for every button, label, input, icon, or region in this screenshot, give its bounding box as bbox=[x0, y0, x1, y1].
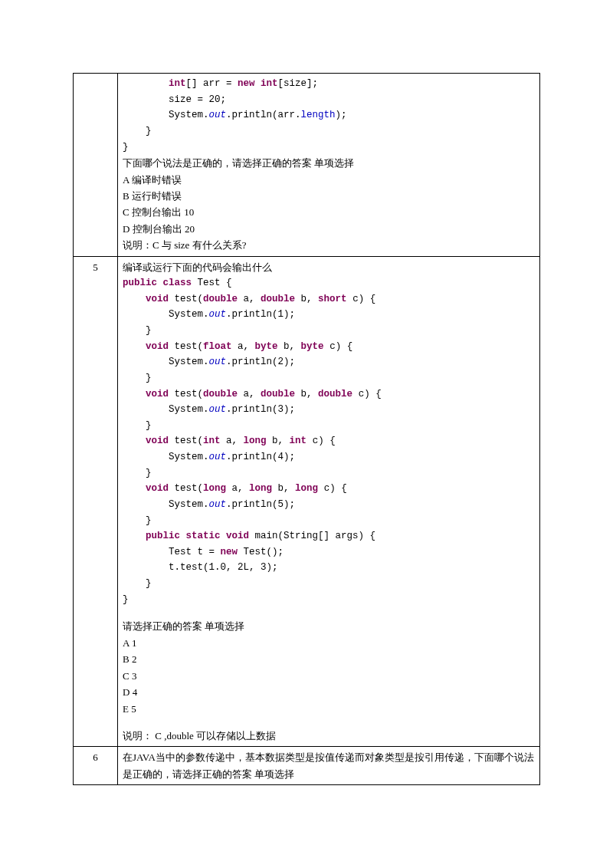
question-cell: 编译或运行下面的代码会输出什么 public class Test { void… bbox=[118, 256, 540, 747]
explanation: 说明：C 与 size 有什么关系? bbox=[123, 237, 535, 253]
question-number: 5 bbox=[74, 256, 118, 747]
code-block: int[] arr = new int[size]; size = 20; Sy… bbox=[123, 76, 535, 155]
questions-table: int[] arr = new int[size]; size = 20; Sy… bbox=[73, 73, 540, 785]
question-prompt: 下面哪个说法是正确的，请选择正确的答案 单项选择 bbox=[123, 155, 535, 171]
question-cell: 在JAVA当中的参数传递中，基本数据类型是按值传递而对象类型是按引用传递，下面哪… bbox=[118, 747, 540, 785]
question-number bbox=[74, 74, 118, 257]
option-c: C 控制台输出 10 bbox=[123, 204, 535, 220]
option-a: A 编译时错误 bbox=[123, 172, 535, 188]
option-d: D 4 bbox=[123, 684, 535, 700]
question-intro: 在JAVA当中的参数传递中，基本数据类型是按值传递而对象类型是按引用传递，下面哪… bbox=[123, 749, 535, 782]
table-row: int[] arr = new int[size]; size = 20; Sy… bbox=[74, 74, 540, 257]
document-page: int[] arr = new int[size]; size = 20; Sy… bbox=[0, 0, 613, 868]
option-c: C 3 bbox=[123, 668, 535, 684]
table-row: 5 编译或运行下面的代码会输出什么 public class Test { vo… bbox=[74, 256, 540, 747]
spacer bbox=[123, 607, 535, 618]
explanation: 说明： C ,double 可以存储以上数据 bbox=[123, 728, 535, 744]
code-block: public class Test { void test(double a, … bbox=[123, 275, 535, 607]
question-intro: 编译或运行下面的代码会输出什么 bbox=[123, 259, 535, 275]
option-d: D 控制台输出 20 bbox=[123, 221, 535, 237]
table-row: 6 在JAVA当中的参数传递中，基本数据类型是按值传递而对象类型是按引用传递，下… bbox=[74, 747, 540, 785]
option-b: B 2 bbox=[123, 651, 535, 667]
spacer bbox=[123, 717, 535, 728]
question-number: 6 bbox=[74, 747, 118, 785]
question-cell: int[] arr = new int[size]; size = 20; Sy… bbox=[118, 74, 540, 257]
option-e: E 5 bbox=[123, 701, 535, 717]
option-a: A 1 bbox=[123, 635, 535, 651]
question-prompt: 请选择正确的答案 单项选择 bbox=[123, 618, 535, 634]
option-b: B 运行时错误 bbox=[123, 188, 535, 204]
